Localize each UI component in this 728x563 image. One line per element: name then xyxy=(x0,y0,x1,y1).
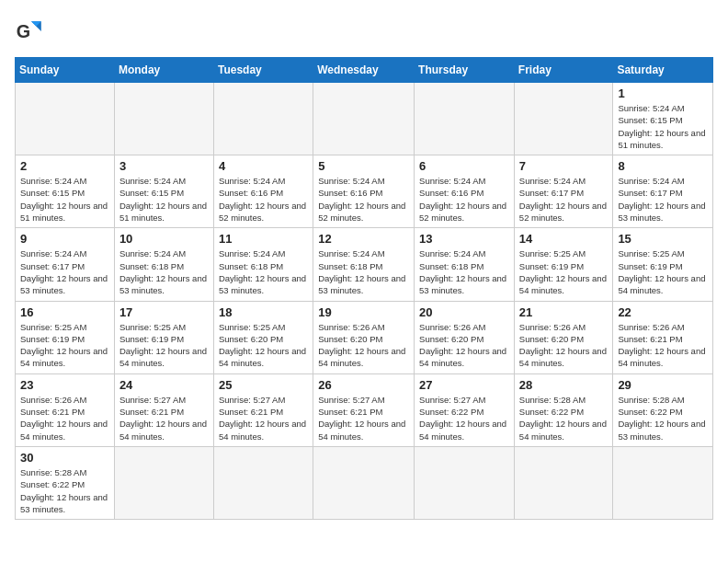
header-thursday: Thursday xyxy=(415,58,515,83)
day-info: Sunrise: 5:24 AM Sunset: 6:16 PM Dayligh… xyxy=(419,175,509,224)
day-info: Sunrise: 5:26 AM Sunset: 6:20 PM Dayligh… xyxy=(318,321,409,370)
calendar-header-row: SundayMondayTuesdayWednesdayThursdayFrid… xyxy=(16,58,713,83)
header-saturday: Saturday xyxy=(613,58,713,83)
svg-text:G: G xyxy=(17,21,30,41)
day-number: 7 xyxy=(519,159,609,173)
calendar-cell: 12Sunrise: 5:24 AM Sunset: 6:18 PM Dayli… xyxy=(313,228,415,301)
day-number: 11 xyxy=(219,232,308,246)
day-info: Sunrise: 5:24 AM Sunset: 6:16 PM Dayligh… xyxy=(219,175,308,224)
calendar-cell xyxy=(114,83,213,155)
calendar-cell xyxy=(213,83,313,155)
calendar-cell xyxy=(313,83,415,155)
day-number: 1 xyxy=(618,86,708,100)
calendar-cell: 14Sunrise: 5:25 AM Sunset: 6:19 PM Dayli… xyxy=(514,228,613,301)
day-info: Sunrise: 5:27 AM Sunset: 6:21 PM Dayligh… xyxy=(119,394,209,442)
day-info: Sunrise: 5:26 AM Sunset: 6:20 PM Dayligh… xyxy=(519,321,609,370)
day-info: Sunrise: 5:25 AM Sunset: 6:20 PM Dayligh… xyxy=(219,321,308,370)
day-number: 4 xyxy=(219,159,308,173)
calendar-week-row: 30Sunrise: 5:28 AM Sunset: 6:22 PM Dayli… xyxy=(16,446,713,519)
day-info: Sunrise: 5:25 AM Sunset: 6:19 PM Dayligh… xyxy=(119,321,209,370)
day-info: Sunrise: 5:28 AM Sunset: 6:22 PM Dayligh… xyxy=(20,466,109,515)
header-friday: Friday xyxy=(514,58,613,83)
day-number: 17 xyxy=(119,305,209,319)
day-number: 12 xyxy=(318,232,409,246)
calendar-cell: 2Sunrise: 5:24 AM Sunset: 6:15 PM Daylig… xyxy=(16,155,115,228)
logo: G xyxy=(15,15,51,48)
calendar-cell: 7Sunrise: 5:24 AM Sunset: 6:17 PM Daylig… xyxy=(514,155,613,228)
day-number: 18 xyxy=(219,305,308,319)
calendar-cell xyxy=(16,83,115,155)
day-number: 9 xyxy=(20,232,109,246)
calendar-table: SundayMondayTuesdayWednesdayThursdayFrid… xyxy=(15,57,713,520)
day-number: 5 xyxy=(318,159,409,173)
day-info: Sunrise: 5:26 AM Sunset: 6:21 PM Dayligh… xyxy=(618,321,708,370)
day-number: 29 xyxy=(618,378,708,392)
calendar-cell xyxy=(514,446,613,519)
calendar-cell: 21Sunrise: 5:26 AM Sunset: 6:20 PM Dayli… xyxy=(514,301,613,373)
day-number: 30 xyxy=(20,451,109,465)
day-number: 13 xyxy=(419,232,509,246)
day-number: 15 xyxy=(618,232,708,246)
day-info: Sunrise: 5:24 AM Sunset: 6:18 PM Dayligh… xyxy=(419,247,509,296)
day-number: 19 xyxy=(318,305,409,319)
day-info: Sunrise: 5:27 AM Sunset: 6:21 PM Dayligh… xyxy=(318,394,409,442)
day-info: Sunrise: 5:28 AM Sunset: 6:22 PM Dayligh… xyxy=(618,394,708,442)
calendar-week-row: 2Sunrise: 5:24 AM Sunset: 6:15 PM Daylig… xyxy=(16,155,713,228)
calendar-cell: 4Sunrise: 5:24 AM Sunset: 6:16 PM Daylig… xyxy=(213,155,313,228)
day-info: Sunrise: 5:24 AM Sunset: 6:15 PM Dayligh… xyxy=(20,175,109,224)
day-info: Sunrise: 5:24 AM Sunset: 6:17 PM Dayligh… xyxy=(618,175,708,224)
day-info: Sunrise: 5:24 AM Sunset: 6:18 PM Dayligh… xyxy=(219,247,308,296)
calendar-cell xyxy=(415,446,515,519)
day-info: Sunrise: 5:24 AM Sunset: 6:15 PM Dayligh… xyxy=(119,175,209,224)
calendar-cell: 18Sunrise: 5:25 AM Sunset: 6:20 PM Dayli… xyxy=(213,301,313,373)
day-number: 22 xyxy=(618,305,708,319)
day-info: Sunrise: 5:27 AM Sunset: 6:21 PM Dayligh… xyxy=(219,394,308,442)
calendar-cell: 15Sunrise: 5:25 AM Sunset: 6:19 PM Dayli… xyxy=(613,228,713,301)
day-number: 2 xyxy=(20,159,109,173)
day-info: Sunrise: 5:24 AM Sunset: 6:17 PM Dayligh… xyxy=(519,175,609,224)
calendar-week-row: 16Sunrise: 5:25 AM Sunset: 6:19 PM Dayli… xyxy=(16,301,713,373)
calendar-cell: 13Sunrise: 5:24 AM Sunset: 6:18 PM Dayli… xyxy=(415,228,515,301)
day-info: Sunrise: 5:24 AM Sunset: 6:15 PM Dayligh… xyxy=(618,102,708,151)
header-tuesday: Tuesday xyxy=(213,58,313,83)
day-info: Sunrise: 5:24 AM Sunset: 6:17 PM Dayligh… xyxy=(20,247,109,296)
header-monday: Monday xyxy=(114,58,213,83)
day-number: 16 xyxy=(20,305,109,319)
day-number: 20 xyxy=(419,305,509,319)
calendar-cell: 11Sunrise: 5:24 AM Sunset: 6:18 PM Dayli… xyxy=(213,228,313,301)
calendar-cell: 6Sunrise: 5:24 AM Sunset: 6:16 PM Daylig… xyxy=(415,155,515,228)
day-info: Sunrise: 5:28 AM Sunset: 6:22 PM Dayligh… xyxy=(519,394,609,442)
day-info: Sunrise: 5:26 AM Sunset: 6:21 PM Dayligh… xyxy=(20,394,109,442)
calendar-cell xyxy=(313,446,415,519)
day-info: Sunrise: 5:24 AM Sunset: 6:18 PM Dayligh… xyxy=(318,247,409,296)
calendar-cell: 27Sunrise: 5:27 AM Sunset: 6:22 PM Dayli… xyxy=(415,373,515,446)
calendar-cell: 19Sunrise: 5:26 AM Sunset: 6:20 PM Dayli… xyxy=(313,301,415,373)
day-info: Sunrise: 5:25 AM Sunset: 6:19 PM Dayligh… xyxy=(20,321,109,370)
calendar-cell: 3Sunrise: 5:24 AM Sunset: 6:15 PM Daylig… xyxy=(114,155,213,228)
calendar-cell: 10Sunrise: 5:24 AM Sunset: 6:18 PM Dayli… xyxy=(114,228,213,301)
day-number: 14 xyxy=(519,232,609,246)
day-number: 25 xyxy=(219,378,308,392)
calendar-cell: 23Sunrise: 5:26 AM Sunset: 6:21 PM Dayli… xyxy=(16,373,115,446)
calendar-cell: 26Sunrise: 5:27 AM Sunset: 6:21 PM Dayli… xyxy=(313,373,415,446)
calendar-cell: 1Sunrise: 5:24 AM Sunset: 6:15 PM Daylig… xyxy=(613,83,713,155)
calendar-cell: 8Sunrise: 5:24 AM Sunset: 6:17 PM Daylig… xyxy=(613,155,713,228)
calendar-cell xyxy=(415,83,515,155)
day-number: 3 xyxy=(119,159,209,173)
day-info: Sunrise: 5:24 AM Sunset: 6:18 PM Dayligh… xyxy=(119,247,209,296)
calendar-cell xyxy=(213,446,313,519)
day-info: Sunrise: 5:25 AM Sunset: 6:19 PM Dayligh… xyxy=(519,247,609,296)
day-number: 8 xyxy=(618,159,708,173)
day-number: 10 xyxy=(119,232,209,246)
page-header: G xyxy=(15,15,713,48)
calendar-cell: 16Sunrise: 5:25 AM Sunset: 6:19 PM Dayli… xyxy=(16,301,115,373)
day-number: 23 xyxy=(20,378,109,392)
day-number: 27 xyxy=(419,378,509,392)
calendar-cell: 30Sunrise: 5:28 AM Sunset: 6:22 PM Dayli… xyxy=(16,446,115,519)
calendar-cell: 5Sunrise: 5:24 AM Sunset: 6:16 PM Daylig… xyxy=(313,155,415,228)
day-number: 26 xyxy=(318,378,409,392)
calendar-cell: 17Sunrise: 5:25 AM Sunset: 6:19 PM Dayli… xyxy=(114,301,213,373)
day-info: Sunrise: 5:27 AM Sunset: 6:22 PM Dayligh… xyxy=(419,394,509,442)
calendar-cell: 28Sunrise: 5:28 AM Sunset: 6:22 PM Dayli… xyxy=(514,373,613,446)
calendar-cell xyxy=(114,446,213,519)
